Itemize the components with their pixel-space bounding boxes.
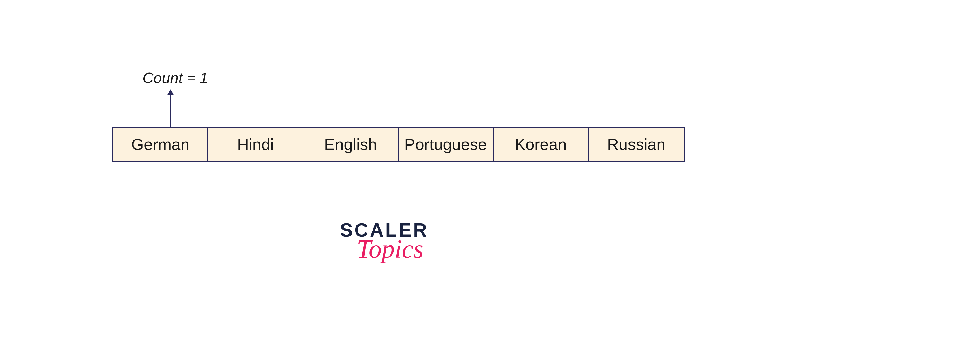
count-label: Count = 1 [143,69,208,86]
array-cell: Russian [589,128,684,161]
array-cell: Portuguese [399,128,493,161]
scaler-topics-logo: SCALER Topics [340,219,428,264]
arrow-up-icon [167,89,174,128]
array-cell: Hindi [208,128,304,161]
array-cell: English [304,128,399,161]
array-cell: German [113,128,208,161]
array-row: German Hindi English Portuguese Korean R… [112,127,685,162]
array-cell: Korean [493,128,589,161]
logo-text-topics: Topics [352,234,428,264]
